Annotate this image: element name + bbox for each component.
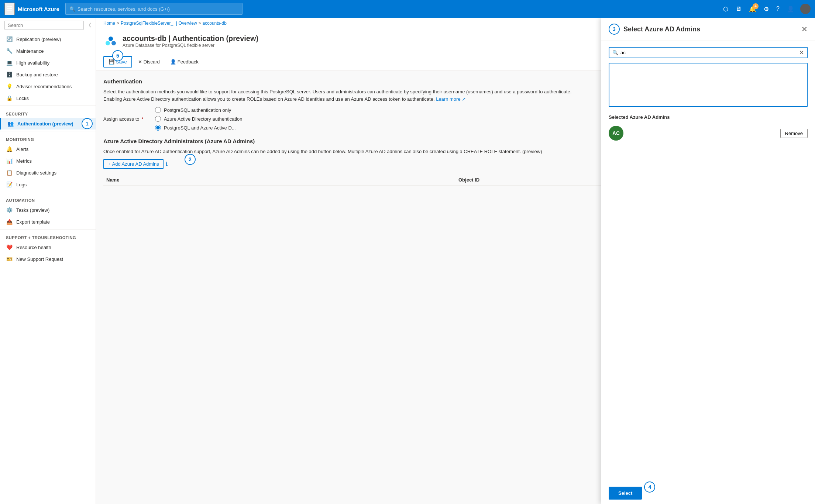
- sidebar-item-export[interactable]: 📤 Export template: [0, 216, 96, 228]
- save-icon: 💾: [109, 59, 114, 65]
- sidebar-divider-automation: [0, 192, 96, 192]
- high-availability-icon: 💻: [6, 60, 13, 66]
- sidebar-item-advisor[interactable]: 💡 Advisor recommendations: [0, 80, 96, 92]
- resource-health-icon: ❤️: [6, 244, 13, 250]
- feedback-icon: 👤: [170, 59, 176, 65]
- panel-search-input[interactable]: [620, 50, 797, 55]
- assign-label: Assign access to *: [103, 116, 155, 122]
- sidebar-collapse-btn[interactable]: 《: [86, 22, 91, 29]
- sidebar-item-replication[interactable]: 🔄 Replication (preview): [0, 33, 96, 45]
- sidebar: 《 🔄 Replication (preview) 🔧 Maintenance …: [0, 18, 96, 504]
- annotation-5: 5: [112, 50, 123, 61]
- breadcrumb-home[interactable]: Home: [103, 21, 115, 26]
- sidebar-item-locks[interactable]: 🔒 Locks: [0, 92, 96, 104]
- discard-button[interactable]: ✕ Discard: [134, 57, 164, 67]
- avatar[interactable]: [800, 4, 811, 14]
- radio-both-input[interactable]: [155, 125, 161, 131]
- advisor-icon: 💡: [6, 83, 13, 89]
- annotation-3: 3: [609, 24, 620, 35]
- sidebar-item-diagnostic[interactable]: 📋 Diagnostic settings: [0, 167, 96, 179]
- selected-admins-label: Selected Azure AD Admins: [609, 114, 808, 120]
- breadcrumb-sep1: >: [117, 21, 119, 26]
- radio-postgres-only-input[interactable]: [155, 107, 161, 113]
- sidebar-item-backup-restore[interactable]: 🗄️ Backup and restore: [0, 69, 96, 80]
- sidebar-item-maintenance[interactable]: 🔧 Maintenance: [0, 45, 96, 57]
- hamburger-menu[interactable]: ☰: [4, 3, 15, 15]
- settings-btn[interactable]: ⚙: [761, 3, 772, 15]
- sidebar-item-high-availability[interactable]: 💻 High availability: [0, 57, 96, 69]
- help-btn[interactable]: ?: [773, 3, 783, 15]
- breadcrumb-server[interactable]: PostgreSqlFlexibleServer_: [121, 21, 173, 26]
- page-subtitle: Azure Database for PostgreSQL flexible s…: [123, 43, 258, 48]
- top-nav: ☰ Microsoft Azure 🔍 Search resources, se…: [0, 0, 815, 18]
- sidebar-item-tasks[interactable]: ⚙️ Tasks (preview): [0, 204, 96, 216]
- col-name: Name: [103, 177, 455, 183]
- radio-aad-only[interactable]: Azure Active Directory authentication: [155, 116, 242, 122]
- svg-point-1: [106, 41, 110, 45]
- panel-close-button[interactable]: ✕: [801, 25, 808, 34]
- remove-admin-button[interactable]: Remove: [780, 129, 808, 138]
- radio-postgres-only[interactable]: PostgreSQL authentication only: [155, 107, 242, 113]
- panel-header: 3 Select Azure AD Admins ✕: [601, 18, 815, 41]
- sidebar-item-resource-health[interactable]: ❤️ Resource health: [0, 241, 96, 253]
- sidebar-item-new-support[interactable]: 🎫 New Support Request: [0, 253, 96, 265]
- metrics-icon: 📊: [6, 158, 13, 164]
- breadcrumb-db[interactable]: accounts-db: [203, 21, 227, 26]
- selected-admin-row: AC Remove: [609, 124, 808, 143]
- diagnostic-icon: 📋: [6, 170, 13, 176]
- main-layout: 《 🔄 Replication (preview) 🔧 Maintenance …: [0, 0, 815, 504]
- authentication-icon: 👥: [7, 121, 14, 127]
- new-support-icon: 🎫: [6, 256, 13, 262]
- tasks-icon: ⚙️: [6, 207, 13, 213]
- feedback-icon-btn[interactable]: 👤: [784, 3, 797, 15]
- page-title: accounts-db | Authentication (preview): [123, 34, 258, 43]
- sidebar-section-automation: Automation: [0, 194, 96, 204]
- panel-title: Select Azure AD Admins: [623, 25, 700, 33]
- sidebar-item-alerts[interactable]: 🔔 Alerts: [0, 143, 96, 155]
- replication-icon: 🔄: [6, 36, 13, 42]
- info-icon: ℹ: [166, 161, 168, 167]
- sidebar-divider-monitoring: [0, 131, 96, 131]
- alerts-icon: 🔔: [6, 146, 13, 152]
- sidebar-search-container: 《: [0, 18, 96, 33]
- cloud-shell-icon-btn[interactable]: 🖥: [733, 3, 744, 15]
- learn-more-link[interactable]: Learn more ↗: [436, 96, 466, 102]
- admin-avatar: AC: [609, 126, 623, 141]
- breadcrumb-sep3: >: [199, 21, 201, 26]
- plus-icon: +: [108, 161, 111, 167]
- sidebar-item-logs[interactable]: 📝 Logs: [0, 179, 96, 190]
- sidebar-section-monitoring: Monitoring: [0, 133, 96, 143]
- annotation-4: 4: [644, 481, 655, 493]
- panel-search-clear-btn[interactable]: ✕: [799, 49, 804, 56]
- global-search[interactable]: 🔍 Search resources, services, and docs (…: [65, 3, 243, 15]
- sidebar-search-input[interactable]: [4, 21, 84, 30]
- feedback-button[interactable]: 👤 Feedback: [166, 57, 203, 67]
- panel-search-icon: 🔍: [612, 50, 618, 55]
- select-button[interactable]: Select: [609, 487, 642, 500]
- annotation-2: 2: [185, 154, 196, 165]
- discard-icon: ✕: [138, 59, 142, 65]
- sidebar-divider-support: [0, 229, 96, 229]
- select-ad-admins-panel: 3 Select Azure AD Admins ✕ 🔍 ✕ Selected …: [601, 18, 815, 504]
- azure-logo: Microsoft Azure: [18, 6, 59, 12]
- nav-icons: ⬡ 🖥 🔔 4 ⚙ ? 👤: [720, 3, 811, 15]
- svg-point-0: [109, 37, 113, 41]
- sidebar-item-authentication[interactable]: 👥 Authentication (preview) 1: [0, 118, 96, 130]
- add-ad-admins-button[interactable]: + Add Azure AD Admins: [103, 159, 164, 169]
- locks-icon: 🔒: [6, 95, 13, 101]
- save-button[interactable]: 💾 Save 5: [103, 56, 132, 68]
- terminal-icon-btn[interactable]: ⬡: [720, 3, 731, 15]
- breadcrumb-overview[interactable]: | Overview: [176, 21, 197, 26]
- search-icon: 🔍: [69, 6, 75, 12]
- notifications-btn[interactable]: 🔔 4: [746, 3, 759, 15]
- sidebar-item-metrics[interactable]: 📊 Metrics: [0, 155, 96, 167]
- logs-icon: 📝: [6, 182, 13, 187]
- backup-icon: 🗄️: [6, 72, 13, 77]
- panel-footer: Select 4: [601, 482, 815, 504]
- radio-aad-only-input[interactable]: [155, 116, 161, 122]
- annotation-1: 1: [82, 118, 93, 129]
- radio-both[interactable]: PostgreSQL and Azure Active D...: [155, 125, 242, 131]
- export-icon: 📤: [6, 219, 13, 225]
- sidebar-section-support: Support + troubleshooting: [0, 231, 96, 241]
- svg-point-2: [111, 41, 116, 45]
